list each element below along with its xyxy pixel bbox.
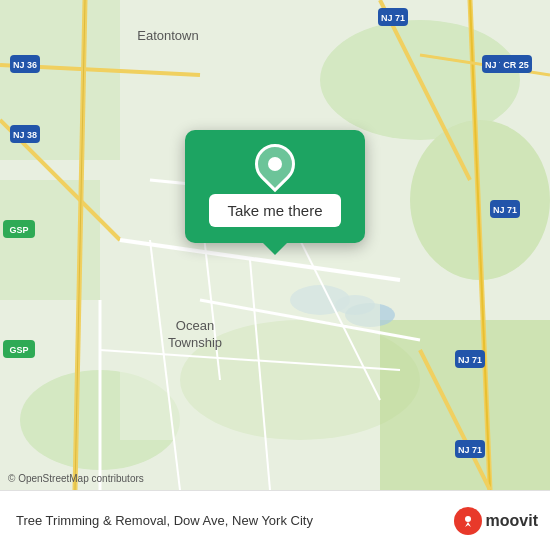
map-container: NJ 71 NJ 71 CR 25 NJ 71 NJ 71 NJ 71 NJ 3…	[0, 0, 550, 490]
moovit-text: moovit	[486, 512, 538, 530]
svg-rect-11	[120, 260, 380, 440]
svg-text:Ocean: Ocean	[176, 318, 214, 333]
svg-text:Township: Township	[168, 335, 222, 350]
bottom-bar: Tree Trimming & Removal, Dow Ave, New Yo…	[0, 490, 550, 550]
svg-text:NJ 36: NJ 36	[13, 60, 37, 70]
svg-text:NJ 38: NJ 38	[13, 130, 37, 140]
location-address: Tree Trimming & Removal, Dow Ave, New Yo…	[16, 513, 454, 528]
svg-text:NJ 71: NJ 71	[381, 13, 405, 23]
svg-text:GSP: GSP	[9, 345, 28, 355]
pin-inner	[268, 157, 282, 171]
location-pin-icon	[253, 142, 297, 186]
svg-text:GSP: GSP	[9, 225, 28, 235]
svg-rect-2	[0, 180, 100, 300]
svg-rect-6	[380, 320, 550, 490]
svg-text:NJ 71: NJ 71	[493, 205, 517, 215]
svg-text:CR 25: CR 25	[503, 60, 529, 70]
svg-text:NJ 71: NJ 71	[458, 445, 482, 455]
take-me-there-button[interactable]: Take me there	[209, 194, 340, 227]
tooltip-card: Take me there	[185, 130, 365, 243]
moovit-icon	[454, 507, 482, 535]
svg-point-53	[465, 516, 471, 522]
map-copyright: © OpenStreetMap contributors	[8, 473, 144, 484]
moovit-logo[interactable]: moovit	[454, 507, 538, 535]
svg-text:Eatontown: Eatontown	[137, 28, 198, 43]
svg-text:NJ 71: NJ 71	[458, 355, 482, 365]
pin-shape	[247, 136, 304, 193]
